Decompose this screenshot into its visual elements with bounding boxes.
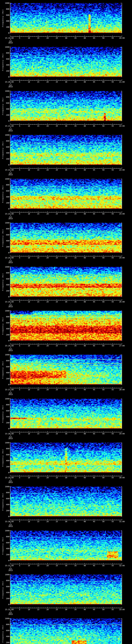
x-minute-label: 15 xyxy=(34,433,42,434)
x-minute-label: 40 xyxy=(81,213,88,215)
axis-ticks xyxy=(9,618,122,644)
x-minute-label: 15 xyxy=(34,520,42,522)
x-minute-label: 10 xyxy=(25,301,33,303)
x-minute-label: 45 xyxy=(90,389,98,390)
x-start-time-label: 15:32:00 xyxy=(2,608,17,610)
date-year-label: 2015 xyxy=(4,482,17,483)
spectrogram-figure: Frequency (Hz)1000800600400200015:19:005… xyxy=(0,0,132,644)
x-end-time-label: 28:00 xyxy=(117,389,127,390)
spectrogram-panel-4: Frequency (Hz)1000800600400200015:22:005… xyxy=(0,132,132,176)
axis-ticks xyxy=(9,355,122,388)
x-minute-label: 40 xyxy=(81,433,88,434)
x-end-time-label: 29:00 xyxy=(117,433,127,434)
x-minute-label: 20 xyxy=(44,125,52,127)
x-minute-label: 50 xyxy=(100,608,107,610)
x-start-time-label: 15:30:00 xyxy=(2,520,17,522)
x-minute-label: 10 xyxy=(25,345,33,346)
x-minute-label: 35 xyxy=(72,520,79,522)
x-minute-label: 45 xyxy=(90,213,98,215)
x-minute-label: 45 xyxy=(90,345,98,346)
x-minute-label: 50 xyxy=(100,169,107,171)
x-minute-label: 25 xyxy=(53,37,61,39)
x-minute-label: 20 xyxy=(44,257,52,259)
x-end-time-label: 32:00 xyxy=(117,565,127,566)
x-minute-label: 20 xyxy=(44,433,52,434)
x-end-time-label: 27:00 xyxy=(117,345,127,346)
x-start-time-label: 15:23:00 xyxy=(2,213,17,215)
x-minute-label: 40 xyxy=(81,608,88,610)
x-minute-label: 45 xyxy=(90,477,98,478)
x-minute-label: 15 xyxy=(34,345,42,346)
x-end-time-label: 33:00 xyxy=(117,608,127,610)
x-minute-label: 40 xyxy=(81,520,88,522)
x-minute-label: 15 xyxy=(34,477,42,478)
axis-frame xyxy=(0,616,132,644)
spectrogram-panel-11: Frequency (Hz)1000800600400200015:29:005… xyxy=(0,440,132,484)
x-minute-label: 40 xyxy=(81,37,88,39)
x-start-time-label: 15:22:00 xyxy=(2,169,17,171)
x-start-time-label: 15:19:00 xyxy=(2,37,17,39)
x-minute-label: 10 xyxy=(25,565,33,566)
x-minute-label: 35 xyxy=(72,477,79,478)
x-minute-label: 5 xyxy=(16,477,24,478)
x-minute-label: 15 xyxy=(34,389,42,390)
x-minute-label: 55 xyxy=(109,257,116,259)
x-minute-label: 5 xyxy=(16,301,24,303)
axis-ticks xyxy=(9,91,122,124)
x-minute-label: 45 xyxy=(90,37,98,39)
x-end-time-label: 20:00 xyxy=(117,37,127,39)
x-minute-label: 55 xyxy=(109,125,116,127)
date-year-label: 2015 xyxy=(4,306,17,307)
x-minute-label: 35 xyxy=(72,389,79,390)
x-minute-label: 55 xyxy=(109,433,116,434)
axis-ticks xyxy=(9,399,122,432)
axis-ticks xyxy=(9,223,122,256)
x-minute-label: 15 xyxy=(34,37,42,39)
x-minute-label: 35 xyxy=(72,257,79,259)
x-minute-label: 50 xyxy=(100,389,107,390)
x-minute-label: 35 xyxy=(72,608,79,610)
x-minute-label: 50 xyxy=(100,213,107,215)
x-minute-label: 15 xyxy=(34,213,42,215)
x-minute-label: 30 xyxy=(62,301,70,303)
x-minute-label: 40 xyxy=(81,477,88,478)
x-minute-label: 25 xyxy=(53,433,61,434)
x-minute-label: 35 xyxy=(72,433,79,434)
x-minute-label: 5 xyxy=(16,125,24,127)
x-minute-label: 40 xyxy=(81,345,88,346)
x-minute-label: 50 xyxy=(100,345,107,346)
x-minute-label: 5 xyxy=(16,37,24,39)
axis-ticks xyxy=(9,47,122,80)
x-minute-label: 25 xyxy=(53,81,61,83)
x-minute-label: 45 xyxy=(90,169,98,171)
x-minute-label: 55 xyxy=(109,81,116,83)
x-minute-label: 55 xyxy=(109,345,116,346)
x-minute-label: 10 xyxy=(25,520,33,522)
x-minute-label: 35 xyxy=(72,37,79,39)
axis-ticks xyxy=(9,135,122,168)
x-end-time-label: 24:00 xyxy=(117,213,127,215)
x-end-time-label: 30:00 xyxy=(117,477,127,478)
x-minute-label: 5 xyxy=(16,169,24,171)
x-minute-label: 30 xyxy=(62,125,70,127)
axis-ticks xyxy=(9,3,122,36)
date-year-label: 2015 xyxy=(4,86,17,88)
spectrogram-panel-3: Frequency (Hz)1000800600400200015:21:005… xyxy=(0,88,132,132)
x-minute-label: 10 xyxy=(25,433,33,434)
x-minute-label: 25 xyxy=(53,477,61,478)
axis-ticks xyxy=(9,267,122,300)
x-minute-label: 25 xyxy=(53,389,61,390)
x-minute-label: 45 xyxy=(90,608,98,610)
spectrogram-panel-8: Frequency (Hz)1000800600400200015:26:005… xyxy=(0,308,132,352)
x-minute-label: 15 xyxy=(34,257,42,259)
date-year-label: 2015 xyxy=(4,394,17,395)
spectrogram-panel-15: Frequency (Hz)1000800600400200015:33:005… xyxy=(0,616,132,644)
x-minute-label: 15 xyxy=(34,125,42,127)
x-minute-label: 25 xyxy=(53,213,61,215)
x-minute-label: 45 xyxy=(90,565,98,566)
x-minute-label: 25 xyxy=(53,345,61,346)
x-start-time-label: 15:24:00 xyxy=(2,257,17,259)
x-minute-label: 10 xyxy=(25,257,33,259)
x-minute-label: 35 xyxy=(72,565,79,566)
x-minute-label: 10 xyxy=(25,389,33,390)
